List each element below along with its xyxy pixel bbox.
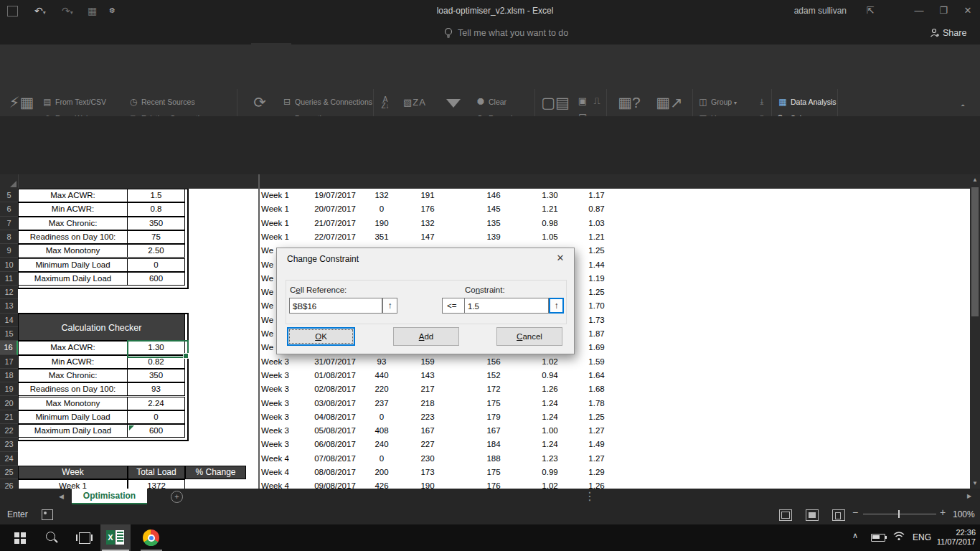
sort-a-to-z-icon[interactable]: AZ↓	[379, 96, 392, 109]
cell-F17[interactable]: 31/07/2017	[304, 355, 366, 369]
cell-I17[interactable]: 156	[458, 355, 529, 369]
row-header-12[interactable]: 12	[0, 286, 18, 299]
sheet-tab-optimisation[interactable]: Optimisation	[72, 489, 147, 504]
start-button[interactable]	[6, 524, 34, 551]
clock[interactable]: 22:36 11/07/2017	[925, 528, 976, 547]
checker-label-22[interactable]: Maximum Daily Load	[18, 424, 128, 438]
task-view-icon[interactable]	[70, 524, 99, 551]
cell-J22[interactable]: 1.00	[529, 424, 570, 438]
row-header-17[interactable]: 17	[0, 355, 18, 369]
row-header-14[interactable]: 14	[0, 314, 18, 327]
cell-E5[interactable]: Week 1	[259, 189, 304, 202]
cell-G21[interactable]: 0	[366, 410, 397, 424]
row-header-18[interactable]: 18	[0, 369, 18, 382]
cell-K5[interactable]: 1.17	[570, 189, 623, 202]
week-table-cell-0[interactable]: Week 1	[18, 479, 128, 489]
cell-G8[interactable]: 351	[366, 230, 397, 244]
queries-connections-button[interactable]: ⊟Queries & Connections	[281, 95, 372, 109]
params-value-10[interactable]: 0	[127, 258, 185, 272]
redo-button[interactable]: ↷▾	[62, 0, 73, 24]
cell-E25[interactable]: Week 4	[259, 466, 304, 479]
row-header-21[interactable]: 21	[0, 410, 18, 424]
cell-K6[interactable]: 0.87	[570, 202, 623, 216]
cell-reference-input[interactable]: $B$16	[289, 298, 382, 314]
cell-E23[interactable]: Week 3	[259, 438, 304, 451]
cell-F6[interactable]: 20/07/2017	[304, 202, 366, 216]
cell-H7[interactable]: 132	[397, 217, 458, 230]
checker-label-21[interactable]: Minimum Daily Load	[18, 410, 128, 424]
save-icon[interactable]	[7, 0, 18, 24]
cell-H26[interactable]: 190	[397, 479, 458, 489]
row-header-26[interactable]: 26	[0, 479, 18, 489]
week-table-header-0[interactable]: Week	[18, 466, 128, 479]
cell-F26[interactable]: 09/08/2017	[304, 479, 366, 489]
cell-K14[interactable]: 1.73	[570, 314, 623, 327]
cell-E19[interactable]: Week 3	[259, 382, 304, 396]
share-button[interactable]: Share	[943, 22, 966, 44]
zoom-slider-thumb[interactable]	[898, 510, 900, 518]
checker-label-18[interactable]: Max Chronic:	[18, 369, 128, 382]
cell-G25[interactable]: 200	[366, 466, 397, 479]
clear-filter-button[interactable]: ⯃Clear	[475, 95, 507, 109]
cell-G20[interactable]: 237	[366, 397, 397, 410]
checker-value-20[interactable]: 2.24	[127, 397, 185, 410]
cell-E17[interactable]: Week 3	[259, 355, 304, 369]
zoom-slider[interactable]	[863, 514, 936, 514]
tray-expand-icon[interactable]: ∧	[852, 531, 858, 540]
frozen-pane-divider[interactable]	[258, 174, 260, 489]
cell-E26[interactable]: Week 4	[259, 479, 304, 489]
cell-reference-range-picker-icon[interactable]: ↑	[382, 298, 397, 314]
cell-F5[interactable]: 19/07/2017	[304, 189, 366, 202]
cell-H25[interactable]: 173	[397, 466, 458, 479]
params-value-6[interactable]: 0.8	[127, 202, 185, 216]
cell-J8[interactable]: 1.05	[529, 230, 570, 244]
cell-H24[interactable]: 230	[397, 452, 458, 466]
params-label-11[interactable]: Maximum Daily Load	[18, 272, 128, 286]
cell-J23[interactable]: 1.24	[529, 438, 570, 451]
cell-H22[interactable]: 167	[397, 424, 458, 438]
cell-G5[interactable]: 132	[366, 189, 397, 202]
cell-J25[interactable]: 0.99	[529, 466, 570, 479]
row-header-25[interactable]: 25	[0, 466, 18, 479]
params-value-9[interactable]: 2.50	[127, 244, 185, 258]
cell-H17[interactable]: 159	[397, 355, 458, 369]
checker-value-21[interactable]: 0	[127, 410, 185, 424]
cell-H20[interactable]: 218	[397, 397, 458, 410]
params-label-6[interactable]: Min ACWR:	[18, 202, 128, 216]
cancel-button[interactable]: Cancel	[496, 327, 562, 346]
row-header-8[interactable]: 8	[0, 230, 18, 244]
page-layout-view-icon[interactable]	[806, 509, 819, 521]
cell-I19[interactable]: 172	[458, 382, 529, 396]
cell-K22[interactable]: 1.27	[570, 424, 623, 438]
params-label-7[interactable]: Max Chronic:	[18, 217, 128, 230]
cell-K15[interactable]: 1.87	[570, 327, 623, 341]
from-text-csv-button[interactable]: ▤From Text/CSV	[42, 95, 106, 109]
cell-J21[interactable]: 1.24	[529, 410, 570, 424]
cell-I20[interactable]: 175	[458, 397, 529, 410]
cell-F7[interactable]: 21/07/2017	[304, 217, 366, 230]
taskbar-excel-button[interactable]: X	[100, 524, 131, 551]
checker-value-22[interactable]: 600	[127, 424, 185, 438]
cell-K7[interactable]: 1.03	[570, 217, 623, 230]
checker-value-19[interactable]: 93	[127, 382, 185, 396]
checker-value-18[interactable]: 350	[127, 369, 185, 382]
vertical-scrollbar[interactable]: ▲ ▼	[970, 174, 980, 489]
search-icon[interactable]	[37, 524, 66, 551]
params-label-10[interactable]: Minimum Daily Load	[18, 258, 128, 272]
cell-I5[interactable]: 146	[458, 189, 529, 202]
row-header-19[interactable]: 19	[0, 382, 18, 396]
params-value-7[interactable]: 350	[127, 217, 185, 230]
cell-I26[interactable]: 176	[458, 479, 529, 489]
normal-view-icon[interactable]	[779, 509, 792, 521]
cell-E24[interactable]: Week 4	[259, 452, 304, 466]
show-detail-icon[interactable]: ⤓	[755, 95, 768, 108]
cell-F23[interactable]: 06/08/2017	[304, 438, 366, 451]
cell-E7[interactable]: Week 1	[259, 217, 304, 230]
taskbar-chrome-button[interactable]	[136, 524, 166, 551]
cell-I24[interactable]: 188	[458, 452, 529, 466]
params-value-5[interactable]: 1.5	[127, 189, 185, 202]
cell-G22[interactable]: 408	[366, 424, 397, 438]
scroll-right-icon[interactable]: ▶	[967, 489, 971, 504]
vertical-scrollbar-thumb[interactable]	[971, 187, 979, 316]
restore-button[interactable]: ❐	[931, 0, 956, 22]
